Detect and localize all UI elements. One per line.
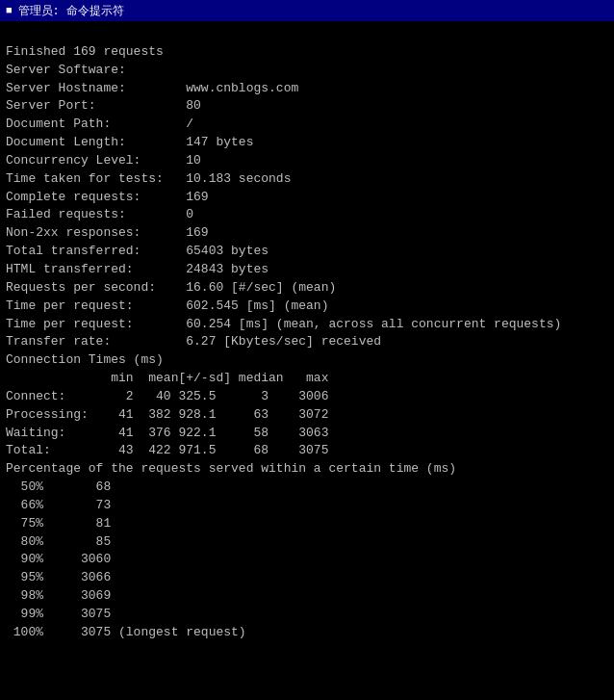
terminal-line: Percentage of the requests served within… [6,460,608,479]
terminal-line: 80% 85 [6,533,608,552]
terminal-line: Complete requests: 169 [6,189,608,207]
terminal-line: Total transferred: 65403 bytes [6,243,608,261]
terminal-line: Connection Times (ms) [6,351,608,370]
terminal-line: Non-2xx responses: 169 [6,224,608,243]
terminal-line: Connect: 2 40 325.5 3 3006 [6,388,608,406]
terminal-line: Concurrency Level: 10 [6,152,608,170]
terminal-line: Time per request: 60.254 [ms] (mean, acr… [6,316,608,334]
terminal-line: 100% 3075 (longest request) [6,624,608,642]
terminal-line: 98% 3069 [6,587,608,606]
terminal-line: Time per request: 602.545 [ms] (mean) [6,298,608,316]
terminal-line: Document Path: / [6,116,608,134]
terminal-line: Transfer rate: 6.27 [Kbytes/sec] receive… [6,333,608,351]
terminal-line: Server Software: [6,62,608,80]
terminal-line: 90% 3060 [6,551,608,569]
terminal-line: 95% 3066 [6,569,608,587]
terminal-line: Requests per second: 16.60 [#/sec] (mean… [6,279,608,298]
terminal-line: min mean[+/-sd] median max [6,370,608,388]
terminal-line: Finished 169 requests [6,43,608,62]
terminal-line: Total: 43 422 971.5 68 3075 [6,442,608,460]
terminal-line: Document Length: 147 bytes [6,134,608,152]
title-bar: ■ 管理员: 命令提示符 [0,0,614,21]
terminal-line: Time taken for tests: 10.183 seconds [6,170,608,189]
window-icon: ■ [6,5,13,16]
terminal-line: HTML transferred: 24843 bytes [6,261,608,279]
title-bar-label: 管理员: 命令提示符 [18,3,124,19]
terminal-body: Finished 169 requestsServer Software:Ser… [0,21,614,646]
terminal-line: Server Hostname: www.cnblogs.com [6,80,608,98]
terminal-line: Processing: 41 382 928.1 63 3072 [6,406,608,425]
terminal-line: 66% 73 [6,497,608,515]
terminal-line: Failed requests: 0 [6,206,608,224]
terminal-line: 99% 3075 [6,606,608,624]
terminal-line: 75% 81 [6,515,608,533]
terminal-line: 50% 68 [6,479,608,497]
terminal-line: Waiting: 41 376 922.1 58 3063 [6,425,608,443]
terminal-line: Server Port: 80 [6,97,608,116]
